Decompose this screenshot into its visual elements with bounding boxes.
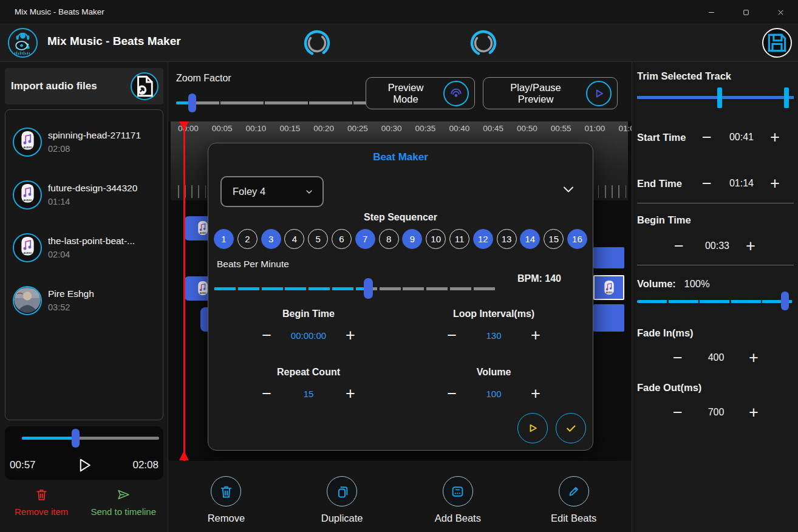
begin-time-increase-button[interactable]: + bbox=[346, 329, 355, 342]
timeline-clip-track3-right[interactable] bbox=[593, 304, 624, 332]
end-time-row: End Time − 01:14 + bbox=[637, 174, 794, 193]
sidebar: Import audio files bbox=[0, 62, 168, 532]
audio-file-item[interactable]: AUDIO the-last-point-beat bbox=[13, 227, 163, 268]
end-time-increase-button[interactable]: + bbox=[766, 174, 784, 193]
volume-decrease-button[interactable]: − bbox=[447, 387, 457, 400]
sequencer-step-9[interactable]: 9 bbox=[402, 229, 422, 249]
sequencer-step-2[interactable]: 2 bbox=[237, 229, 257, 249]
timeline-clip-selected[interactable]: AUDIO bbox=[593, 275, 624, 300]
player-times: 00:57 02:08 bbox=[10, 456, 159, 474]
begin-time-panel-decrease-button[interactable]: − bbox=[670, 236, 688, 256]
loop-interval-increase-button[interactable]: + bbox=[531, 329, 541, 342]
edit-beats-button[interactable]: Edit Beats bbox=[516, 461, 632, 532]
import-audio-button[interactable] bbox=[131, 72, 159, 100]
end-time-decrease-button[interactable]: − bbox=[698, 174, 716, 193]
begin-time-decrease-button[interactable]: − bbox=[262, 329, 271, 342]
sequencer-step-12[interactable]: 12 bbox=[473, 229, 493, 249]
play-pause-preview-button[interactable]: Play/Pause Preview bbox=[483, 77, 618, 109]
begin-time-label: Begin Time bbox=[233, 309, 384, 319]
sequencer-step-13[interactable]: 13 bbox=[497, 229, 517, 249]
sequencer-step-4[interactable]: 4 bbox=[284, 229, 304, 249]
volume-stepper: Volume − 100 + bbox=[418, 367, 570, 400]
playhead-line[interactable] bbox=[183, 121, 185, 461]
file-name: the-last-point-beat-... bbox=[48, 236, 135, 247]
beat-machine-icon bbox=[443, 476, 473, 506]
app-logo-icon bbox=[7, 27, 38, 58]
trim-start-handle[interactable] bbox=[717, 87, 722, 108]
fade-out-increase-button[interactable]: + bbox=[745, 403, 763, 422]
sequencer-step-14[interactable]: 14 bbox=[520, 229, 540, 249]
send-to-timeline-button[interactable]: Send to timeline bbox=[90, 487, 156, 517]
add-beats-button[interactable]: Add Beats bbox=[400, 461, 516, 532]
loop-interval-label: Loop Interval(ms) bbox=[418, 309, 570, 319]
start-time-decrease-button[interactable]: − bbox=[698, 128, 716, 147]
file-name: Pire Eshgh bbox=[48, 288, 94, 299]
sequencer-step-7[interactable]: 7 bbox=[355, 229, 375, 249]
player-seek-slider[interactable] bbox=[22, 437, 159, 440]
loading-spinner-right bbox=[469, 29, 498, 58]
minimize-button[interactable] bbox=[694, 0, 729, 24]
file-duration: 01:14 bbox=[48, 197, 137, 206]
import-file-icon bbox=[132, 73, 157, 99]
svg-text:AUDIO: AUDIO bbox=[200, 232, 206, 234]
player-play-button[interactable] bbox=[75, 456, 94, 474]
fade-in-decrease-button[interactable]: − bbox=[669, 348, 687, 367]
volume-increase-button[interactable]: + bbox=[531, 387, 541, 400]
bpm-slider-thumb[interactable] bbox=[364, 278, 373, 299]
duplicate-clip-button[interactable]: Duplicate bbox=[284, 461, 400, 532]
confirm-beat-button[interactable] bbox=[556, 413, 586, 443]
start-time-increase-button[interactable]: + bbox=[766, 128, 784, 147]
track-volume-thumb[interactable] bbox=[781, 292, 789, 310]
ruler-label-00:35: 00:35 bbox=[415, 124, 436, 133]
bpm-slider[interactable] bbox=[214, 287, 497, 290]
trim-end-handle[interactable] bbox=[784, 87, 789, 108]
sequencer-step-6[interactable]: 6 bbox=[332, 229, 352, 249]
repeat-count-decrease-button[interactable]: − bbox=[262, 387, 271, 400]
repeat-count-increase-button[interactable]: + bbox=[346, 387, 355, 400]
sequencer-step-16[interactable]: 16 bbox=[567, 229, 587, 249]
sequencer-step-11[interactable]: 11 bbox=[449, 229, 469, 249]
chevron-down-icon bbox=[304, 187, 314, 197]
send-to-timeline-label: Send to timeline bbox=[90, 506, 156, 517]
loop-interval-decrease-button[interactable]: − bbox=[447, 329, 457, 342]
audio-file-item[interactable]: AUDIO Pire Eshgh bbox=[13, 279, 163, 321]
fade-out-decrease-button[interactable]: − bbox=[669, 403, 687, 422]
preview-mode-button[interactable]: Preview Mode bbox=[366, 77, 475, 109]
sequencer-step-10[interactable]: 10 bbox=[426, 229, 446, 249]
audio-file-item[interactable]: AUDIO future-design-34432 bbox=[13, 174, 163, 216]
playhead-bottom-marker[interactable] bbox=[179, 451, 189, 460]
ruler-label-00:55: 00:55 bbox=[551, 124, 571, 133]
zoom-factor-slider[interactable] bbox=[176, 101, 389, 104]
maximize-button[interactable] bbox=[729, 0, 763, 24]
collapse-panel-button[interactable] bbox=[561, 182, 576, 197]
ruler-label-00:20: 00:20 bbox=[313, 124, 334, 133]
chevron-down-icon bbox=[561, 182, 576, 197]
sequencer-step-1[interactable]: 1 bbox=[214, 229, 234, 249]
trim-range-slider[interactable] bbox=[637, 96, 794, 99]
sidebar-actions: Remove item Send to timeline bbox=[5, 487, 163, 517]
zoom-factor-thumb[interactable] bbox=[188, 94, 196, 112]
preview-player: 00:57 02:08 bbox=[5, 426, 163, 480]
player-seek-thumb[interactable] bbox=[72, 429, 80, 448]
preset-dropdown[interactable]: Foley 4 bbox=[220, 176, 324, 207]
audio-file-item[interactable]: AUDIO spinning-head-27117 bbox=[13, 121, 163, 163]
close-button[interactable] bbox=[763, 0, 798, 24]
sequencer-step-8[interactable]: 8 bbox=[379, 229, 399, 249]
preview-mode-label: Preview Mode bbox=[376, 82, 435, 105]
track-volume-slider[interactable] bbox=[637, 300, 794, 303]
sequencer-step-15[interactable]: 15 bbox=[544, 229, 564, 249]
preview-beat-button[interactable] bbox=[517, 413, 548, 443]
remove-item-button[interactable]: Remove item bbox=[15, 487, 68, 517]
remove-clip-button[interactable]: Remove bbox=[168, 461, 284, 532]
timeline-clip-track1-right[interactable] bbox=[593, 247, 624, 268]
sequencer-step-3[interactable]: 3 bbox=[261, 229, 281, 249]
sequencer-step-5[interactable]: 5 bbox=[308, 229, 328, 249]
begin-time-panel-increase-button[interactable]: + bbox=[742, 236, 760, 256]
timeline-section: Zoom Factor Preview Mode Play/Pause Prev… bbox=[168, 62, 632, 532]
playhead-top-marker[interactable] bbox=[179, 121, 189, 131]
loop-interval-stepper: Loop Interval(ms) − 130 + bbox=[418, 309, 570, 342]
save-button[interactable] bbox=[762, 28, 792, 58]
close-icon bbox=[776, 8, 785, 17]
timeline-canvas[interactable]: 00:0000:0500:1000:1500:2000:2500:3000:35… bbox=[168, 121, 632, 461]
fade-in-increase-button[interactable]: + bbox=[745, 348, 763, 367]
